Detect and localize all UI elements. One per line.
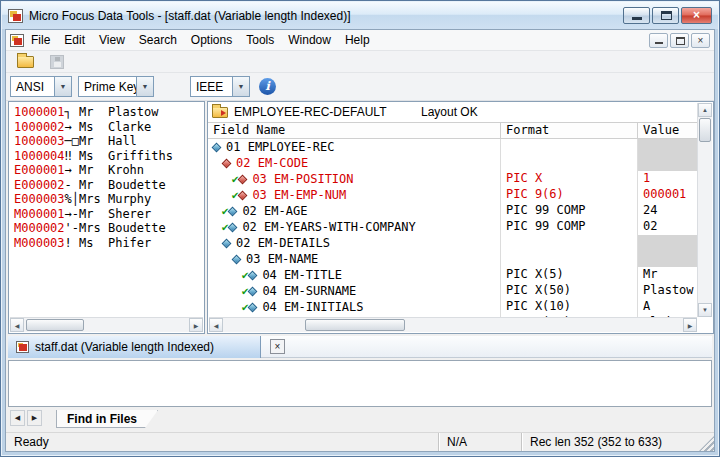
- menu-tools[interactable]: Tools: [239, 31, 281, 49]
- record-row[interactable]: 1000002→ Ms Clarke: [14, 120, 203, 135]
- tab-find-in-files[interactable]: Find in Files: [56, 410, 158, 428]
- hscroll-thumb[interactable]: [305, 319, 405, 331]
- field-table[interactable]: 01 EMPLOYEE-REC02 EM-CODE✔03 EM-POSITION…: [208, 139, 698, 320]
- record-row[interactable]: E000002- Mr Boudette: [14, 178, 203, 193]
- field-row-em-name[interactable]: 03 EM-NAME: [208, 251, 698, 267]
- tabs-scroll-right-button[interactable]: ▶: [27, 410, 42, 426]
- field-format: PIC 9(6): [501, 187, 638, 203]
- key-combobox[interactable]: Prime Key ▼: [78, 76, 154, 97]
- field-row-em-title[interactable]: ✔04 EM-TITLEPIC X(5)Mr: [208, 267, 698, 283]
- save-button[interactable]: [45, 52, 69, 71]
- mdi-close-button[interactable]: ×: [691, 33, 710, 48]
- title-bar[interactable]: Micro Focus Data Tools - [staff.dat (Var…: [2, 2, 718, 29]
- mdi-restore-button[interactable]: [670, 33, 689, 48]
- field-name: 02 EM-DETAILS: [236, 236, 330, 250]
- group-field-icon: [232, 254, 242, 264]
- field-value[interactable]: [638, 139, 698, 155]
- info-button[interactable]: i: [259, 78, 276, 95]
- find-results-panel[interactable]: [8, 360, 712, 407]
- menu-edit[interactable]: Edit: [57, 31, 92, 49]
- status-panel-reclen: Rec len 352 (352 to 633): [521, 433, 699, 451]
- record-key: 1000003: [14, 134, 65, 148]
- record-key: 1000002: [14, 120, 65, 134]
- field-row-em-details[interactable]: 02 EM-DETAILS: [208, 235, 698, 251]
- menu-options[interactable]: Options: [184, 31, 239, 49]
- field-value[interactable]: 24: [638, 203, 698, 219]
- record-row[interactable]: 1000001┐ Mr Plastow: [14, 105, 203, 120]
- field-value[interactable]: [638, 235, 698, 251]
- scroll-up-button[interactable]: ▲: [698, 103, 712, 117]
- close-button[interactable]: ×: [681, 7, 712, 24]
- field-row-em-code[interactable]: 02 EM-CODE: [208, 155, 698, 171]
- scroll-right-button[interactable]: ▶: [683, 318, 697, 332]
- layout-hscrollbar[interactable]: ◀ ▶: [209, 317, 697, 332]
- field-row-em-initials[interactable]: ✔04 EM-INITIALSPIC X(10)A: [208, 299, 698, 315]
- field-value[interactable]: [638, 251, 698, 267]
- field-value[interactable]: 1: [638, 171, 698, 187]
- record-row[interactable]: M000002'-Mrs Boudette: [14, 221, 203, 236]
- field-value[interactable]: [638, 155, 698, 171]
- field-row-em-surname[interactable]: ✔04 EM-SURNAMEPIC X(50)Plastow: [208, 283, 698, 299]
- menu-bar: FileEditViewSearchOptionsToolsWindowHelp…: [6, 30, 714, 51]
- record-data: %│Mrs Murphy: [65, 192, 152, 206]
- float-format-dropdown-icon[interactable]: ▼: [232, 77, 249, 96]
- record-row[interactable]: M000003! Ms Phifer: [14, 236, 203, 251]
- file-tab-staff-dat[interactable]: staff.dat (Variable length Indexed): [8, 336, 261, 358]
- field-format: [501, 155, 638, 171]
- field-row-em-age[interactable]: ✔02 EM-AGEPIC 99 COMP24: [208, 203, 698, 219]
- open-folder-icon: [17, 56, 34, 68]
- tabs-scroll-left-button[interactable]: ◀: [10, 410, 25, 426]
- scroll-left-button[interactable]: ◀: [10, 318, 24, 332]
- key-dropdown-icon[interactable]: ▼: [136, 77, 153, 96]
- scroll-down-button[interactable]: ▼: [698, 303, 712, 317]
- layout-vscrollbar[interactable]: ▲ ▼: [697, 103, 712, 317]
- encoding-combobox[interactable]: ANSI ▼: [10, 76, 72, 97]
- field-value[interactable]: Plastow: [638, 283, 698, 299]
- window-controls: ×: [623, 7, 712, 24]
- resize-grip[interactable]: [699, 436, 714, 451]
- field-row-employee-rec[interactable]: 01 EMPLOYEE-REC: [208, 139, 698, 155]
- field-format: PIC X(50): [501, 283, 638, 299]
- mdi-minimize-button[interactable]: [649, 33, 668, 48]
- field-row-em-years-with-company[interactable]: ✔02 EM-YEARS-WITH-COMPANYPIC 99 COMP02: [208, 219, 698, 235]
- file-tab-close-button[interactable]: ×: [270, 339, 285, 354]
- record-list-hscrollbar[interactable]: ◀ ▶: [10, 317, 203, 332]
- float-format-value: IEEE: [191, 80, 232, 94]
- open-file-button[interactable]: [13, 52, 37, 71]
- menu-window[interactable]: Window: [281, 31, 338, 49]
- menu-view[interactable]: View: [92, 31, 132, 49]
- column-header-value[interactable]: Value: [638, 123, 698, 139]
- vscroll-thumb[interactable]: [699, 118, 711, 142]
- maximize-button[interactable]: [652, 7, 679, 24]
- field-name: 02 EM-YEARS-WITH-COMPANY: [242, 220, 415, 234]
- layout-name[interactable]: EMPLOYEE-REC-DEFAULT: [234, 105, 386, 119]
- scroll-left-button[interactable]: ◀: [209, 318, 223, 332]
- field-value[interactable]: A: [638, 299, 698, 315]
- field-value[interactable]: Mr: [638, 267, 698, 283]
- minimize-button[interactable]: [623, 7, 650, 24]
- field-row-em-emp-num[interactable]: ✔03 EM-EMP-NUMPIC 9(6)000001: [208, 187, 698, 203]
- scroll-right-button[interactable]: ▶: [189, 318, 203, 332]
- menu-help[interactable]: Help: [338, 31, 377, 49]
- field-value[interactable]: 000001: [638, 187, 698, 203]
- document-system-icon[interactable]: [10, 34, 24, 47]
- hscroll-thumb[interactable]: [26, 319, 84, 331]
- menu-search[interactable]: Search: [132, 31, 184, 49]
- field-row-em-position[interactable]: ✔03 EM-POSITIONPIC X1: [208, 171, 698, 187]
- record-row[interactable]: 1000004‼ Ms Griffiths: [14, 149, 203, 164]
- record-row[interactable]: 1000003─□Mr Hall: [14, 134, 203, 149]
- field-value[interactable]: 02: [638, 219, 698, 235]
- record-row[interactable]: E000001→ Mr Krohn: [14, 163, 203, 178]
- encoding-dropdown-icon[interactable]: ▼: [54, 77, 71, 96]
- record-row[interactable]: E000003%│Mrs Murphy: [14, 192, 203, 207]
- column-header-format[interactable]: Format: [501, 123, 638, 139]
- status-message: Ready: [6, 435, 438, 449]
- column-header-field-name[interactable]: Field Name: [208, 123, 501, 139]
- maximize-icon: [661, 11, 672, 20]
- record-row[interactable]: M000001→-Mr Sherer: [14, 207, 203, 222]
- record-data: '-Mrs Boudette: [65, 221, 166, 235]
- mdi-close-icon: ×: [698, 35, 704, 46]
- record-list[interactable]: 1000001┐ Mr Plastow1000002→ Ms Clarke100…: [10, 103, 203, 317]
- menu-file[interactable]: File: [24, 31, 57, 49]
- float-format-combobox[interactable]: IEEE ▼: [190, 76, 250, 97]
